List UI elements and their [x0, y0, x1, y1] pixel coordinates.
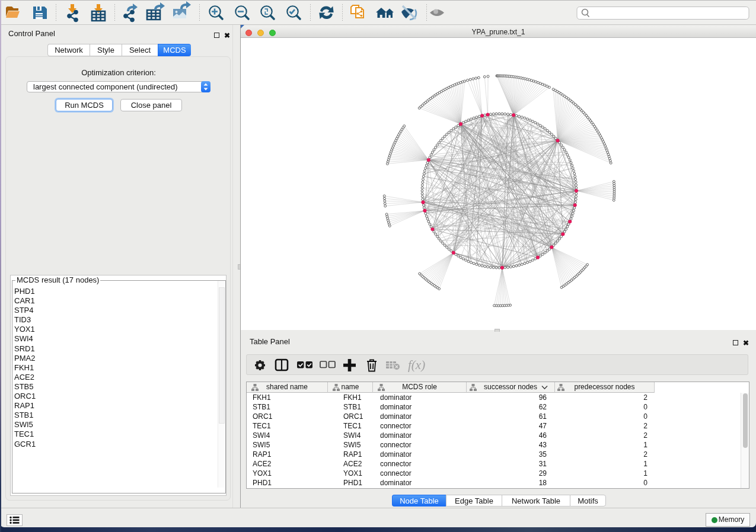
svg-text:f(x): f(x)	[408, 358, 425, 372]
